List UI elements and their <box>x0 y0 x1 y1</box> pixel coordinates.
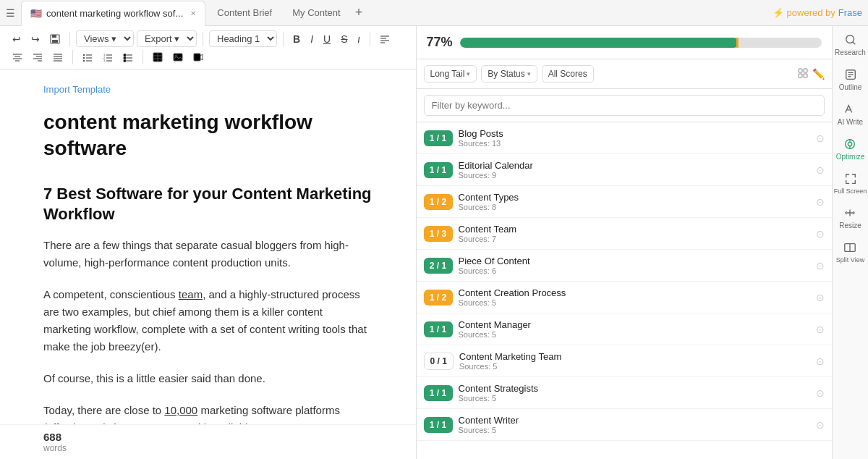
save-button[interactable] <box>46 32 64 46</box>
image-button[interactable] <box>169 50 187 64</box>
code-button[interactable]: ι <box>354 31 363 47</box>
keyword-info: Editorial Calendar Sources: 9 <box>459 160 811 180</box>
filter-row: Long Tail ▾ By Status ▾ All Scores ✏️ <box>417 59 833 89</box>
sidebar-item-fullscreen[interactable]: Full Screen <box>834 172 867 195</box>
video-button[interactable] <box>190 50 207 64</box>
copy-icon[interactable]: ⊙ <box>816 292 825 303</box>
underline-button[interactable]: U <box>320 31 334 47</box>
split-view-icon <box>843 241 856 254</box>
sidebar-icons: Research Outline AI Write Optimize Full … <box>832 26 868 459</box>
keyword-info: Content Marketing Team Sources: 5 <box>459 351 810 371</box>
keyword-badge[interactable]: 1 / 1 <box>424 162 453 178</box>
editor-content: Import Template content marketing workfl… <box>0 70 416 424</box>
svg-rect-44 <box>799 69 802 72</box>
svg-rect-35 <box>124 60 126 62</box>
svg-point-48 <box>846 35 854 43</box>
keyword-item: 1 / 2 Content Creation Process Sources: … <box>417 282 833 313</box>
keyword-name: Content Types <box>459 192 811 203</box>
table-button[interactable] <box>149 50 166 64</box>
svg-rect-43 <box>194 54 200 61</box>
copy-icon[interactable]: ⊙ <box>816 324 825 335</box>
chevron-down-icon: ▾ <box>467 70 470 77</box>
undo-button[interactable]: ↩ <box>9 31 25 47</box>
numbered-list-button[interactable]: 1.2.3. <box>99 50 116 64</box>
keyword-name: Content Team <box>459 224 811 235</box>
copy-icon[interactable]: ⊙ <box>816 196 825 208</box>
keyword-badge[interactable]: 1 / 1 <box>424 417 453 433</box>
keyword-name: Editorial Calendar <box>459 160 811 171</box>
align-justify-button[interactable] <box>49 50 67 64</box>
keyword-badge[interactable]: 1 / 3 <box>424 226 453 242</box>
bold-button[interactable]: B <box>289 31 304 47</box>
bullet-list-button[interactable] <box>79 50 96 64</box>
keyword-item: 1 / 1 Content Strategists Sources: 5 ⊙ <box>417 377 833 409</box>
keyword-badge[interactable]: 1 / 1 <box>424 321 453 337</box>
svg-point-23 <box>83 60 85 62</box>
keyword-badge[interactable]: 1 / 1 <box>424 385 453 401</box>
copy-icon[interactable]: ⊙ <box>816 387 825 399</box>
views-dropdown[interactable]: Views ▾ <box>76 30 134 47</box>
keyword-badge[interactable]: 0 / 1 <box>424 353 454 370</box>
align-left-button[interactable] <box>376 32 393 46</box>
document-heading: 7 Best Software for your Content Marketi… <box>43 184 373 225</box>
copy-icon[interactable]: ⊙ <box>816 355 825 367</box>
sidebar-item-resize[interactable]: Resize <box>839 206 861 230</box>
grid-view-button[interactable] <box>798 68 808 80</box>
import-template-link[interactable]: Import Template <box>43 84 373 95</box>
paragraph-3: Of course, this is a little easier said … <box>43 370 373 387</box>
frase-link[interactable]: Frase <box>838 7 862 18</box>
sidebar-item-research[interactable]: Research <box>835 33 866 56</box>
copy-icon[interactable]: ⊙ <box>816 132 825 144</box>
tab-editor[interactable]: 🇺🇸 content marketing workflow sof... ✕ <box>21 1 205 26</box>
10000-underline: 10,000 <box>164 404 197 416</box>
long-tail-filter[interactable]: Long Tail ▾ <box>424 65 477 83</box>
sidebar-item-ai-write[interactable]: AI Write <box>838 103 863 126</box>
heading-dropdown[interactable]: Heading 1 <box>209 30 277 47</box>
copy-icon[interactable]: ⊙ <box>816 228 825 240</box>
keyword-badge[interactable]: 1 / 2 <box>424 290 453 306</box>
score-bar-area: 77% <box>417 26 833 59</box>
edit-button[interactable]: ✏️ <box>812 68 825 80</box>
tab-content-brief-label: Content Brief <box>217 7 272 18</box>
svg-rect-46 <box>799 74 802 77</box>
progress-bar-fill <box>460 38 739 48</box>
tab-editor-label: content marketing workflow sof... <box>46 8 183 19</box>
add-tab-button[interactable]: + <box>352 5 366 20</box>
keyword-info: Content Creation Process Sources: 5 <box>459 287 811 307</box>
keyword-badge[interactable]: 2 / 1 <box>424 258 453 274</box>
svg-point-55 <box>848 142 852 146</box>
keyword-item: 2 / 1 Piece Of Content Sources: 6 ⊙ <box>417 250 833 282</box>
keyword-badge[interactable]: 1 / 1 <box>424 130 453 146</box>
progress-bar-marker <box>736 38 739 48</box>
strikethrough-button[interactable]: S <box>337 31 351 47</box>
check-list-button[interactable] <box>119 50 137 64</box>
svg-line-49 <box>853 42 855 44</box>
sidebar-item-outline[interactable]: Outline <box>839 68 862 91</box>
italic-button[interactable]: I <box>307 31 317 47</box>
tab-content-brief[interactable]: Content Brief <box>208 0 281 25</box>
export-dropdown[interactable]: Export ▾ <box>137 30 197 47</box>
sidebar-item-split-view[interactable]: Split View <box>836 241 864 264</box>
paragraph-2: A competent, conscientious team, and a h… <box>43 286 373 355</box>
copy-icon[interactable]: ⊙ <box>816 419 825 431</box>
by-status-filter[interactable]: By Status ▾ <box>481 65 537 83</box>
keyword-info: Content Types Sources: 8 <box>459 192 811 211</box>
copy-icon[interactable]: ⊙ <box>816 260 825 271</box>
frase-branding: ⚡ powered by Frase <box>773 7 862 18</box>
keyword-item: 1 / 1 Content Writer Sources: 5 ⊙ <box>417 409 833 441</box>
keyword-badge[interactable]: 1 / 2 <box>424 194 453 210</box>
copy-icon[interactable]: ⊙ <box>816 164 825 176</box>
redo-button[interactable]: ↪ <box>27 31 43 47</box>
align-center-button[interactable] <box>9 50 26 64</box>
progress-bar <box>460 38 822 48</box>
all-scores-filter[interactable]: All Scores <box>542 65 594 83</box>
menu-icon[interactable]: ☰ <box>6 7 15 19</box>
tab-close-icon[interactable]: ✕ <box>190 9 196 17</box>
align-right-button[interactable] <box>29 50 46 64</box>
keyword-info: Content Strategists Sources: 5 <box>459 383 811 403</box>
sidebar-item-optimize[interactable]: Optimize <box>836 138 864 161</box>
tab-bar: ☰ 🇺🇸 content marketing workflow sof... ✕… <box>0 0 868 26</box>
search-input[interactable] <box>424 95 825 116</box>
tab-my-content[interactable]: My Content <box>284 0 349 25</box>
team-underline: team <box>179 288 203 300</box>
